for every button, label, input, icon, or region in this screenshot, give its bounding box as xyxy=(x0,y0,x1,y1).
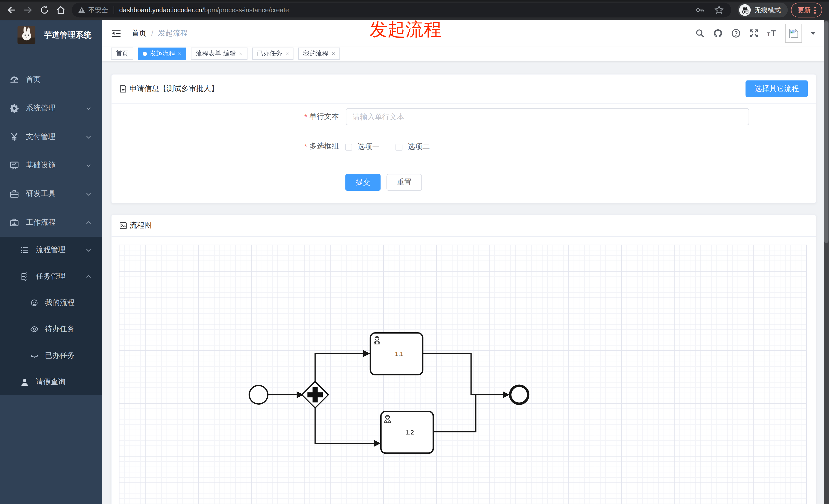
reset-button[interactable]: 重置 xyxy=(386,174,422,191)
chevron-down-icon xyxy=(86,105,92,111)
breadcrumb-current: 发起流程 xyxy=(158,29,188,38)
process-list-icon xyxy=(20,245,29,254)
task-label: 1.1 xyxy=(395,350,403,357)
incognito-icon xyxy=(739,4,751,16)
warning-triangle-icon xyxy=(78,7,85,13)
panel-title: 流程图 xyxy=(130,221,152,230)
breadcrumb-home[interactable]: 首页 xyxy=(132,29,146,38)
submit-button[interactable]: 提交 xyxy=(345,174,381,191)
address-bar[interactable]: 不安全 dashboard.yudao.iocoder.cn/bpm/proce… xyxy=(72,3,731,17)
logo-image xyxy=(17,26,35,44)
bpmn-diagram: 1.1 1.2 xyxy=(119,244,807,504)
scrollbar-thumb[interactable] xyxy=(824,21,828,243)
checkbox-icon[interactable] xyxy=(345,143,352,150)
forward-icon[interactable] xyxy=(23,5,33,15)
checkbox-option-1[interactable]: 选项一 xyxy=(345,142,380,152)
bookmark-star-icon[interactable] xyxy=(714,5,724,15)
tag-home[interactable]: 首页 xyxy=(111,47,133,60)
close-icon[interactable]: × xyxy=(285,51,289,56)
security-label: 不安全 xyxy=(88,6,108,14)
checkbox-option-2[interactable]: 选项二 xyxy=(396,142,430,152)
sidebar-item-todo-tasks[interactable]: 待办任务 xyxy=(0,316,102,342)
fullscreen-icon[interactable] xyxy=(749,29,759,38)
infrastructure-icon xyxy=(9,161,19,170)
tags-view: 首页 发起流程× 流程表单-编辑× 已办任务× 我的流程× xyxy=(102,46,829,61)
sidebar-item-home[interactable]: 首页 xyxy=(0,66,102,94)
avatar-dropdown-icon[interactable] xyxy=(810,32,816,35)
tag-my-process[interactable]: 我的流程× xyxy=(298,47,340,60)
single-line-text-input[interactable] xyxy=(346,108,749,125)
browser-update-button[interactable]: 更新 xyxy=(791,3,822,17)
sidebar: 芋道管理系统 首页 系统管理 支付管理 基础设施 xyxy=(0,20,102,504)
svg-text:T: T xyxy=(771,29,776,38)
user-task-1-2[interactable]: 1.2 xyxy=(381,412,433,453)
active-dot xyxy=(143,52,147,56)
sidebar-collapse-icon[interactable] xyxy=(111,28,121,39)
workflow-submenu: 流程管理 任务管理 我的流程 待办任务 已办 xyxy=(0,237,102,395)
app-title: 芋道管理系统 xyxy=(44,30,92,40)
sidebar-item-workflow[interactable]: 工作流程 xyxy=(0,208,102,237)
security-chip[interactable]: 不安全 xyxy=(78,6,108,14)
sidebar-item-task-management[interactable]: 任务管理 xyxy=(0,263,102,289)
breadcrumb: 首页 / 发起流程 xyxy=(132,20,188,46)
font-size-icon[interactable]: TT xyxy=(767,29,777,38)
robot-icon xyxy=(30,299,39,307)
search-icon[interactable] xyxy=(695,29,705,38)
tag-done-tasks[interactable]: 已办任务× xyxy=(252,47,294,60)
url-text[interactable]: dashboard.yudao.iocoder.cn/bpm/process-i… xyxy=(119,6,289,14)
browser-menu-icon[interactable] xyxy=(814,7,816,13)
screenshot-viewport: 不安全 dashboard.yudao.iocoder.cn/bpm/proce… xyxy=(0,0,829,504)
password-key-icon[interactable] xyxy=(695,5,705,15)
workflow-icon xyxy=(9,218,19,227)
end-event[interactable] xyxy=(510,386,528,403)
start-event[interactable] xyxy=(249,385,268,404)
close-icon[interactable]: × xyxy=(178,51,182,56)
chevron-down-icon xyxy=(86,191,92,197)
sidebar-item-infrastructure[interactable]: 基础设施 xyxy=(0,151,102,180)
sidebar-item-devtools[interactable]: 研发工具 xyxy=(0,180,102,208)
sidebar-item-system[interactable]: 系统管理 xyxy=(0,94,102,123)
chevron-up-icon xyxy=(86,220,92,225)
gear-icon xyxy=(9,104,19,113)
back-icon[interactable] xyxy=(6,5,17,15)
select-other-process-button[interactable]: 选择其它流程 xyxy=(745,80,808,97)
user-task-1-1[interactable]: 1.1 xyxy=(370,333,423,375)
flow-gateway-to-task12 xyxy=(315,408,374,443)
update-label: 更新 xyxy=(798,6,811,14)
help-icon[interactable] xyxy=(731,29,741,38)
flow-task11-to-end xyxy=(423,353,503,395)
picture-icon xyxy=(119,221,127,230)
app-logo[interactable]: 芋道管理系统 xyxy=(0,20,102,50)
home-icon[interactable] xyxy=(56,5,66,15)
document-icon xyxy=(119,85,127,93)
panel-title: 申请信息【测试多审批人】 xyxy=(130,84,218,93)
github-icon[interactable] xyxy=(713,29,723,38)
incognito-label: 无痕模式 xyxy=(754,6,781,14)
apply-info-panel: 申请信息【测试多审批人】 选择其它流程 * 单行文本 * 多选框组 选项一 xyxy=(111,74,816,203)
close-icon[interactable]: × xyxy=(332,51,335,56)
sidebar-item-leave-query[interactable]: 请假查询 xyxy=(0,369,102,395)
sidebar-item-my-process[interactable]: 我的流程 xyxy=(0,289,102,316)
flow-task12-to-end xyxy=(433,395,476,432)
parallel-gateway[interactable] xyxy=(302,382,328,408)
bpmn-canvas[interactable]: 1.1 1.2 xyxy=(119,244,807,504)
user-avatar[interactable] xyxy=(785,24,802,43)
sidebar-item-payment[interactable]: 支付管理 xyxy=(0,123,102,151)
tag-form-edit[interactable]: 流程表单-编辑× xyxy=(191,47,247,60)
chevron-down-icon xyxy=(86,162,92,168)
eye-closed-icon xyxy=(30,351,39,360)
close-icon[interactable]: × xyxy=(239,51,243,56)
process-diagram-panel: 流程图 xyxy=(111,215,816,504)
main-area: 首页 / 发起流程 TT 首页 发起流程× xyxy=(102,20,829,504)
task-tree-icon xyxy=(20,272,29,281)
page-scrollbar[interactable] xyxy=(824,20,829,504)
incognito-badge: 无痕模式 xyxy=(737,3,788,17)
field-label-checkbox: * 多选框组 xyxy=(233,142,339,151)
sidebar-item-process-management[interactable]: 流程管理 xyxy=(0,237,102,263)
reload-icon[interactable] xyxy=(39,5,49,15)
tag-create-process[interactable]: 发起流程× xyxy=(138,47,186,60)
browser-toolbar: 不安全 dashboard.yudao.iocoder.cn/bpm/proce… xyxy=(0,0,829,20)
checkbox-icon[interactable] xyxy=(396,143,402,150)
sidebar-item-done-tasks[interactable]: 已办任务 xyxy=(0,343,102,369)
field-label-text: * 单行文本 xyxy=(233,108,339,125)
